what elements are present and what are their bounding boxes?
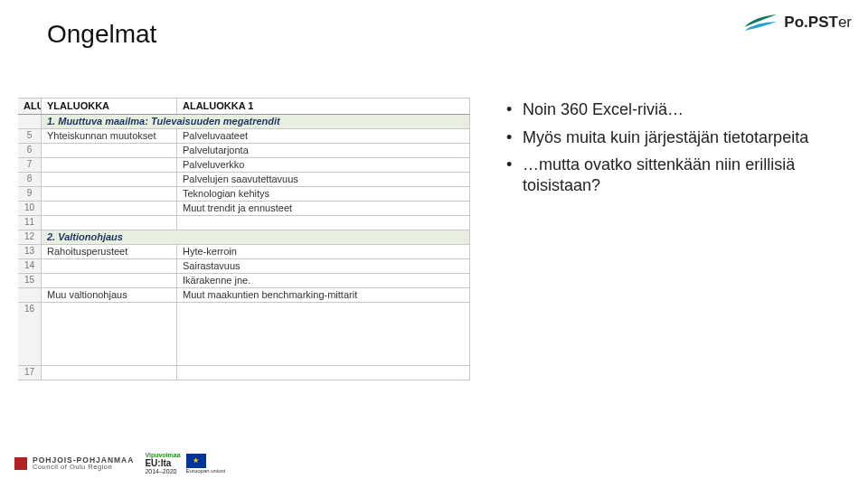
- excel-row-number: 11: [18, 216, 42, 230]
- excel-header-cell: YLALUOKKA: [42, 99, 177, 115]
- excel-row-number: 17: [18, 366, 42, 380]
- excel-cell: Rahoitusperusteet: [42, 245, 177, 259]
- excel-cell: 1. Muuttuva maailma: Tulevaisuuden megat…: [42, 115, 470, 129]
- excel-cell: Muut maakuntien benchmarking-mittarit: [177, 288, 470, 303]
- excel-header-row: ALUOKKA YLALUOKKA ALALUOKKA 1: [18, 99, 470, 115]
- excel-cell: [42, 173, 177, 187]
- excel-cell: Palvelujen saavutettavuus: [177, 173, 470, 187]
- excel-cell: Palveluverkko: [177, 158, 470, 173]
- excel-data-row: 13RahoitusperusteetHyte-kerroin: [18, 245, 470, 259]
- excel-cell: Muu valtionohjaus: [42, 288, 177, 303]
- pp-square-icon: [14, 457, 27, 470]
- excel-row-number: 9: [18, 187, 42, 202]
- excel-header-cell: ALUOKKA: [18, 99, 42, 115]
- excel-screenshot: ALUOKKA YLALUOKKA ALALUOKKA 1 1. Muuttuv…: [18, 98, 470, 380]
- excel-data-row: 8Palvelujen saavutettavuus: [18, 173, 470, 187]
- page-title: Ongelmat: [47, 20, 156, 49]
- excel-cell: [42, 216, 177, 230]
- excel-cell: [177, 366, 470, 380]
- bullet-list: Noin 360 Excel-riviä… Myös muita kuin jä…: [506, 99, 832, 202]
- excel-data-row: 5Yhteiskunnan muutoksetPalveluvaateet: [18, 129, 470, 144]
- excel-cell: Palveluvaateet: [177, 129, 470, 144]
- excel-row-number: [18, 115, 42, 129]
- bullet-item: Myös muita kuin järjestäjän tietotarpeit…: [506, 127, 832, 148]
- excel-cell: [42, 144, 177, 158]
- excel-data-row: Muu valtionohjausMuut maakuntien benchma…: [18, 288, 470, 303]
- excel-cell: Palvelutarjonta: [177, 144, 470, 158]
- excel-row-number: 14: [18, 259, 42, 274]
- excel-cell: Hyte-kerroin: [177, 245, 470, 259]
- excel-row-number: 12: [18, 230, 42, 245]
- excel-row-number: [18, 288, 42, 303]
- excel-data-row: 10Muut trendit ja ennusteet: [18, 202, 470, 216]
- excel-row-number: 7: [18, 158, 42, 173]
- excel-cell: Teknologian kehitys: [177, 187, 470, 202]
- excel-cell: Yhteiskunnan muutokset: [42, 129, 177, 144]
- excel-row-number: 13: [18, 245, 42, 259]
- footer-logos: POHJOIS-POHJANMAA Council of Oulu Region…: [14, 452, 225, 475]
- eu-flag-icon: [186, 454, 206, 468]
- bullet-item: Noin 360 Excel-riviä…: [506, 99, 832, 120]
- excel-data-row: 14Sairastavuus: [18, 259, 470, 274]
- excel-data-row: 16: [18, 303, 470, 366]
- excel-section-row: 1. Muuttuva maailma: Tulevaisuuden megat…: [18, 115, 470, 129]
- excel-data-row: 17: [18, 366, 470, 380]
- excel-row-number: 6: [18, 144, 42, 158]
- excel-cell: Ikärakenne jne.: [177, 274, 470, 288]
- excel-data-row: 6Palvelutarjonta: [18, 144, 470, 158]
- excel-cell: 2. Valtionohjaus: [42, 230, 470, 245]
- excel-cell: [42, 303, 177, 366]
- popster-logo-text: Po.PSTer: [784, 14, 852, 32]
- popster-swish-icon: [742, 11, 778, 34]
- excel-cell: [177, 216, 470, 230]
- excel-cell: Sairastavuus: [177, 259, 470, 274]
- excel-cell: [177, 303, 470, 366]
- excel-section-row: 122. Valtionohjaus: [18, 230, 470, 245]
- excel-row-number: 5: [18, 129, 42, 144]
- excel-cell: [42, 202, 177, 216]
- excel-cell: [42, 158, 177, 173]
- excel-data-row: 15Ikärakenne jne.: [18, 274, 470, 288]
- pp-logo-subtitle: Council of Oulu Region: [33, 464, 134, 471]
- excel-row-number: 16: [18, 303, 42, 366]
- excel-cell: Muut trendit ja ennusteet: [177, 202, 470, 216]
- excel-row-number: 8: [18, 173, 42, 187]
- excel-header-cell: ALALUOKKA 1: [177, 99, 470, 115]
- excel-cell: [42, 187, 177, 202]
- excel-cell: [42, 259, 177, 274]
- bullet-item: …mutta ovatko sittenkään niin erillisiä …: [506, 155, 832, 195]
- eu-funding-block: Vipuvoimaa EU:lta 2014–2020 Euroopan uni…: [145, 452, 225, 475]
- vipuvoimaa-text: Vipuvoimaa EU:lta 2014–2020: [145, 452, 180, 475]
- excel-cell: [42, 274, 177, 288]
- excel-cell: [42, 366, 177, 380]
- eu-flag-caption: Euroopan unioni: [186, 468, 226, 474]
- excel-data-row: 9Teknologian kehitys: [18, 187, 470, 202]
- pohjois-pohjanmaa-logo: POHJOIS-POHJANMAA Council of Oulu Region: [14, 456, 134, 471]
- excel-row-number: 15: [18, 274, 42, 288]
- excel-row-number: 10: [18, 202, 42, 216]
- excel-data-row: 7Palveluverkko: [18, 158, 470, 173]
- excel-data-row: 11: [18, 216, 470, 230]
- popster-logo: Po.PSTer: [742, 11, 852, 34]
